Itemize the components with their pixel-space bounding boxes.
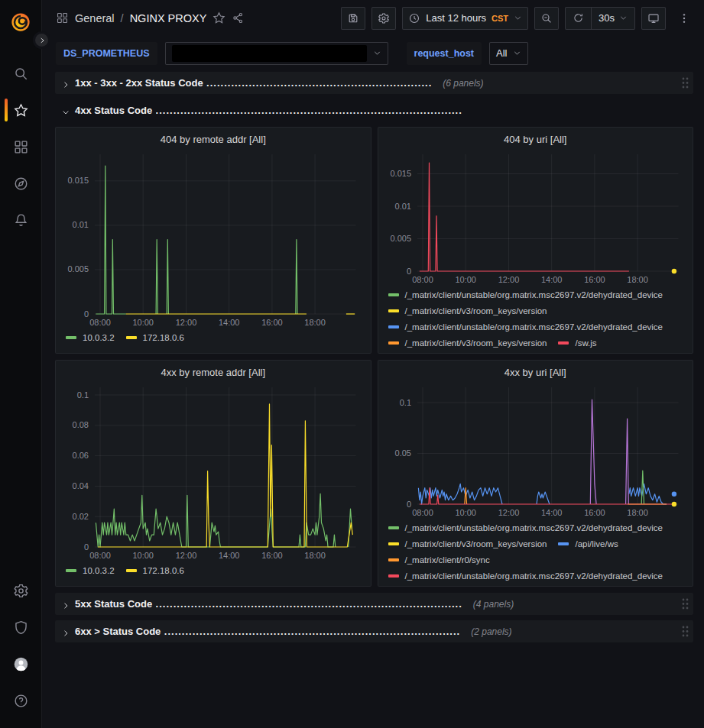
panel-title[interactable]: 404 by uri [All] [385, 131, 686, 148]
legend-item[interactable]: /_matrix/client/unstable/org.matrix.msc2… [388, 519, 663, 535]
panel-404-by-remote-addr: 404 by remote addr [All] 00.0050.010.015… [55, 127, 371, 354]
shield-icon [13, 620, 29, 636]
svg-text:0.005: 0.005 [67, 264, 89, 273]
sidebar-expand-button[interactable] [33, 31, 50, 49]
panel-title[interactable]: 4xx by uri [All] [385, 364, 686, 381]
legend-swatch [388, 309, 399, 312]
legend-swatch [66, 569, 76, 572]
row-drag-handle[interactable] [682, 598, 689, 610]
legend-label: 172.18.0.6 [143, 333, 184, 342]
zoom-out-button[interactable] [534, 7, 559, 30]
svg-text:0.1: 0.1 [77, 390, 89, 400]
timeseries-chart[interactable]: 00.0050.010.01508:0010:0012:0014:0016:00… [385, 148, 686, 286]
legend-item[interactable]: /_matrix/client/r0/sync [388, 552, 490, 568]
sidebar-item-dashboards[interactable] [0, 128, 42, 165]
dashboard-canvas: 1xx - 3xx - 2xx Status Code ............… [42, 70, 704, 728]
legend-item[interactable]: 172.18.0.6 [126, 329, 184, 345]
dashboard-toolbar: Last 12 hours CST 30s [341, 7, 696, 30]
legend-item[interactable]: /api/live/ws [558, 535, 618, 552]
legend-label: 172.18.0.6 [143, 566, 184, 575]
svg-text:0.01: 0.01 [73, 220, 89, 229]
datasource-dropdown[interactable] [165, 42, 388, 65]
dashboard-header: General / NGINX PROXY Last 12 hours CST [42, 0, 704, 36]
svg-text:16:00: 16:00 [584, 275, 605, 284]
svg-text:14:00: 14:00 [540, 508, 562, 517]
sidebar-item-help[interactable] [0, 682, 42, 719]
svg-text:16:00: 16:00 [261, 551, 283, 560]
chart-legend: 10.0.3.2172.18.0.6 [63, 562, 364, 581]
row-drag-handle[interactable] [682, 77, 689, 89]
cycle-view-mode-button[interactable] [641, 7, 666, 30]
chevron-right-icon [61, 629, 70, 638]
timeseries-chart[interactable]: 00.0050.010.01508:0010:0012:0014:0016:00… [63, 148, 364, 329]
svg-text:0.06: 0.06 [73, 451, 89, 460]
legend-item[interactable]: /_matrix/client/v3/room_keys/version [388, 535, 547, 552]
favorite-star-icon[interactable] [212, 11, 225, 24]
timeseries-chart[interactable]: 00.050.108:0010:0012:0014:0016:0018:00 [385, 381, 686, 519]
legend-item[interactable]: 172.18.0.6 [126, 562, 184, 578]
sidebar-item-alerting[interactable] [0, 202, 42, 238]
refresh-button[interactable] [566, 8, 591, 29]
sidebar-item-server-admin[interactable] [0, 609, 42, 645]
svg-text:0.08: 0.08 [73, 420, 89, 429]
svg-text:14:00: 14:00 [540, 275, 562, 284]
legend-label: /api/live/ws [575, 539, 618, 548]
panel-404-by-uri: 404 by uri [All] 00.0050.010.01508:0010:… [378, 127, 694, 354]
request-host-dropdown[interactable]: All [489, 42, 528, 65]
avatar [13, 656, 29, 672]
row-drag-handle[interactable] [682, 626, 689, 637]
timezone-label: CST [492, 14, 508, 23]
share-icon[interactable] [232, 11, 245, 24]
legend-swatch [126, 336, 137, 339]
panel-4xx-by-uri: 4xx by uri [All] 00.050.108:0010:0012:00… [378, 360, 694, 587]
sidebar-item-configuration[interactable] [0, 572, 42, 609]
legend-item[interactable]: 10.0.3.2 [66, 329, 115, 345]
row-header-1xx-3xx-2xx[interactable]: 1xx - 3xx - 2xx Status Code ............… [55, 72, 693, 94]
breadcrumb-title[interactable]: NGINX PROXY [130, 12, 207, 24]
sidebar-item-profile[interactable] [0, 645, 42, 682]
chevron-down-icon [373, 49, 381, 57]
legend-label: /_matrix/client/v3/room_keys/version [405, 338, 547, 348]
legend-item[interactable]: /sw.js [558, 335, 596, 348]
dashboard-settings-button[interactable] [371, 7, 396, 30]
legend-item[interactable]: /_matrix/client/unstable/org.matrix.msc2… [388, 319, 663, 335]
legend-item[interactable]: /_matrix/client/v3/room_keys/version [388, 335, 547, 348]
legend-label: /_matrix/client/unstable/org.matrix.msc2… [405, 322, 663, 332]
svg-text:0.02: 0.02 [73, 512, 89, 521]
sidebar-item-explore[interactable] [0, 165, 42, 202]
chart-legend: /_matrix/client/unstable/org.matrix.msc2… [385, 519, 686, 581]
grafana-logo-icon[interactable] [9, 11, 32, 34]
legend-item[interactable]: 10.0.3.2 [66, 562, 115, 578]
sidebar-item-search[interactable] [0, 55, 42, 92]
timeseries-chart[interactable]: 00.020.040.060.080.108:0010:0012:0014:00… [63, 381, 364, 562]
svg-text:12:00: 12:00 [498, 508, 519, 517]
refresh-icon [573, 12, 584, 24]
chevron-down-icon [61, 108, 70, 117]
svg-text:16:00: 16:00 [584, 508, 605, 517]
legend-swatch [388, 293, 399, 296]
legend-swatch [388, 526, 399, 529]
row-title: 5xx Status Code [75, 598, 152, 610]
monitor-icon [647, 12, 660, 24]
row-panel-count: (6 panels) [443, 78, 483, 89]
row-header-4xx[interactable]: 4xx Status Code ........................… [55, 99, 693, 121]
legend-item[interactable]: /_matrix/client/v3/room_keys/version [388, 303, 547, 319]
chevron-down-icon [513, 49, 521, 57]
breadcrumb-section[interactable]: General [75, 12, 115, 24]
svg-text:18:00: 18:00 [627, 275, 648, 284]
legend-item[interactable]: /_matrix/client/unstable/org.matrix.msc2… [388, 568, 663, 581]
time-range-picker[interactable]: Last 12 hours CST [402, 7, 528, 30]
sidebar-item-starred[interactable] [0, 92, 42, 128]
row-header-5xx[interactable]: 5xx Status Code ........................… [55, 593, 693, 615]
panel-title[interactable]: 404 by remote addr [All] [63, 131, 364, 148]
compass-icon [13, 176, 29, 192]
svg-text:08:00: 08:00 [412, 508, 433, 517]
save-dashboard-button[interactable] [341, 7, 365, 30]
row-header-6xx[interactable]: 6xx > Status Code ......................… [55, 620, 693, 642]
svg-text:16:00: 16:00 [261, 318, 283, 327]
panel-title[interactable]: 4xx by remote addr [All] [63, 364, 364, 381]
legend-item[interactable]: /_matrix/client/unstable/org.matrix.msc2… [388, 286, 663, 303]
sidebar [0, 0, 42, 728]
kebab-menu-button[interactable] [672, 7, 696, 30]
refresh-interval-dropdown[interactable]: 30s [591, 8, 634, 29]
